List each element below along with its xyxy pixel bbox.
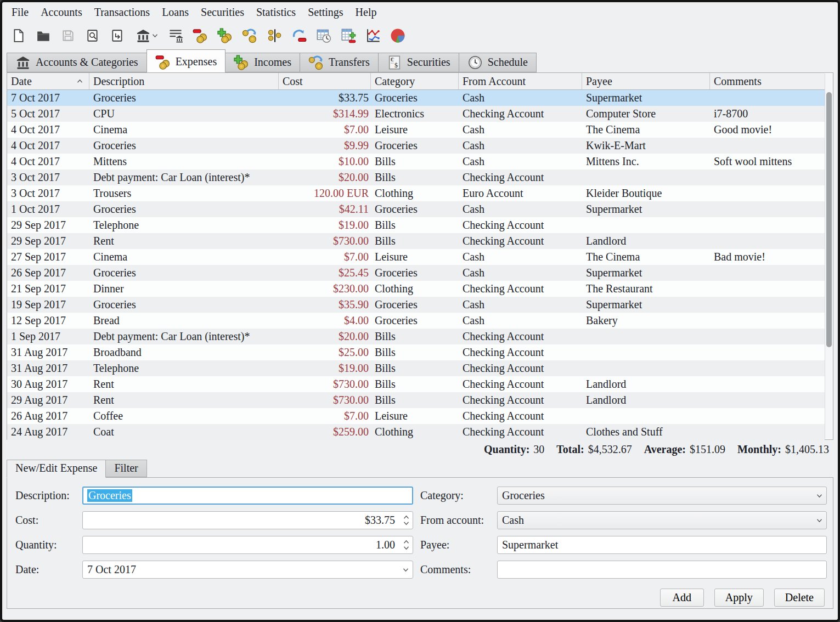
spinner-arrows-icon[interactable] (399, 512, 413, 529)
find-document-icon (86, 29, 100, 43)
cell-cost: $7.00 (279, 249, 371, 265)
add-button[interactable]: Add (660, 589, 704, 607)
cell-comments (710, 313, 825, 329)
new-transfer-button[interactable] (240, 25, 260, 46)
from-account-label: From account: (420, 514, 497, 527)
table-row[interactable]: 31 Aug 2017Broadband$25.00BillsChecking … (7, 344, 825, 360)
new-expense-button[interactable] (190, 25, 210, 46)
editor-tab-new-edit-expense[interactable]: New/Edit Expense (7, 460, 106, 478)
delete-button[interactable]: Delete (774, 589, 825, 607)
cell-category: Bills (371, 344, 459, 360)
column-header-payee[interactable]: Payee (582, 73, 710, 89)
menu-settings[interactable]: Settings (302, 5, 349, 20)
column-header-from-account[interactable]: From Account (459, 73, 582, 89)
table-row[interactable]: 29 Sep 2017Telephone$19.00BillsChecking … (7, 217, 825, 233)
vertical-scrollbar[interactable] (825, 73, 833, 439)
tab-schedule[interactable]: Schedule (459, 53, 537, 72)
cell-from-account: Checking Account (459, 329, 582, 344)
account-list-button[interactable] (166, 25, 185, 46)
table-row[interactable]: 31 Aug 2017Telephone$19.00BillsChecking … (7, 360, 825, 376)
description-input[interactable]: Groceries (82, 487, 413, 505)
table-row[interactable]: 19 Sep 2017Groceries$35.90GroceriesCashS… (7, 297, 825, 313)
open-folder-icon (36, 29, 50, 43)
menu-securities[interactable]: Securities (195, 5, 250, 20)
menu-transactions[interactable]: Transactions (88, 5, 156, 20)
table-row[interactable]: 26 Aug 2017Coffee$7.00LeisureChecking Ac… (7, 408, 825, 424)
cell-date: 26 Aug 2017 (7, 408, 89, 424)
find-transaction-button[interactable] (83, 25, 103, 46)
table-row[interactable]: 4 Oct 2017Cinema$7.00LeisureCashThe Cine… (7, 122, 825, 138)
cell-payee: Clothes and Stuff (582, 424, 710, 440)
date-select[interactable]: 7 Oct 2017 (82, 561, 413, 579)
table-row[interactable]: 30 Aug 2017Rent$730.00BillsChecking Acco… (7, 376, 825, 392)
split-transaction-button[interactable] (264, 25, 284, 46)
cell-description: Dinner (89, 281, 279, 297)
table-row[interactable]: 4 Oct 2017Mittens$10.00BillsCashMittens … (7, 154, 825, 169)
table-row[interactable]: 4 Oct 2017Groceries$9.99GroceriesCashKwi… (7, 138, 825, 154)
menu-loans[interactable]: Loans (156, 5, 195, 20)
editor-tab-filter[interactable]: Filter (106, 460, 146, 477)
table-row[interactable]: 27 Sep 2017Cinema$7.00LeisureCashThe Cin… (7, 249, 825, 265)
table-row[interactable]: 3 Oct 2017Trousers120.00 EURClothingEuro… (7, 185, 825, 201)
menu-statistics[interactable]: Statistics (250, 5, 302, 20)
table-row[interactable]: 1 Sep 2017Debt payment: Car Loan (intere… (7, 329, 825, 344)
new-document-button[interactable] (9, 25, 29, 46)
account-list-icon (168, 28, 183, 43)
tab-transfers[interactable]: Transfers (300, 53, 378, 72)
import-button[interactable] (108, 25, 127, 46)
column-header-category[interactable]: Category (371, 73, 459, 89)
cell-description: Rent (89, 233, 279, 249)
tab-accounts-categories[interactable]: Accounts & Categories (7, 53, 146, 72)
spinner-arrows-icon[interactable] (399, 536, 413, 553)
from-account-select[interactable]: Cash (497, 511, 827, 529)
date-label: Date: (15, 563, 82, 576)
table-row[interactable]: 26 Sep 2017Groceries$25.45GroceriesCashS… (7, 265, 825, 281)
column-header-cost[interactable]: Cost (279, 73, 371, 89)
tab-incomes[interactable]: Incomes (225, 53, 300, 72)
cell-from-account: Checking Account (459, 392, 582, 408)
open-file-button[interactable] (33, 25, 53, 46)
new-income-button[interactable] (215, 25, 235, 46)
quantity-stepper[interactable]: 1.00 (82, 536, 413, 554)
table-row[interactable]: 29 Aug 2017Rent$730.00BillsChecking Acco… (7, 392, 825, 408)
payee-input[interactable]: Supermarket (497, 536, 827, 554)
column-header-date[interactable]: Date (7, 73, 89, 89)
table-row[interactable]: 29 Sep 2017Rent$730.00BillsChecking Acco… (7, 233, 825, 249)
line-chart-button[interactable] (363, 25, 383, 46)
cell-description: Broadband (89, 344, 279, 360)
category-select[interactable]: Groceries (497, 487, 827, 505)
toolbar (2, 22, 838, 49)
category-label: Category: (420, 489, 497, 502)
menu-help[interactable]: Help (349, 5, 383, 20)
tab-securities[interactable]: €$Securities (378, 53, 459, 72)
apply-button[interactable]: Apply (714, 589, 764, 607)
table-row[interactable]: 24 Aug 2017Coat$259.00ClothingChecking A… (7, 424, 825, 440)
menu-file[interactable]: File (5, 5, 35, 20)
quantity-value: 30 (533, 443, 544, 456)
tab-expenses[interactable]: Expenses (146, 49, 226, 72)
table-row[interactable]: 7 Oct 2017Groceries$33.75GroceriesCashSu… (7, 90, 825, 106)
table-row[interactable]: 21 Sep 2017Dinner$230.00ClothingChecking… (7, 281, 825, 297)
cell-payee: Mittens Inc. (582, 154, 710, 169)
sort-ascending-icon (77, 79, 85, 83)
cell-description: Mittens (89, 154, 279, 169)
menu-accounts[interactable]: Accounts (35, 5, 88, 20)
cost-stepper[interactable]: $33.75 (82, 511, 413, 529)
svg-text:€: € (391, 56, 394, 63)
edit-table-button[interactable] (339, 25, 358, 46)
table-row[interactable]: 3 Oct 2017Debt payment: Car Loan (intere… (7, 169, 825, 185)
cell-cost: $4.00 (279, 313, 371, 329)
table-row[interactable]: 5 Oct 2017CPU$314.99ElectronicsChecking … (7, 106, 825, 122)
cell-cost: $19.00 (279, 217, 371, 233)
comments-input[interactable] (497, 561, 827, 579)
accounts-button[interactable] (132, 25, 161, 46)
table-row[interactable]: 12 Sep 2017Bread$4.00GroceriesCashBakery (7, 313, 825, 329)
pie-chart-button[interactable] (388, 25, 408, 46)
scheduled-expense-button[interactable] (289, 25, 309, 46)
schedule-table-button[interactable] (314, 25, 334, 46)
save-button[interactable] (58, 25, 78, 46)
scrollbar-thumb[interactable] (826, 92, 832, 347)
column-header-comments[interactable]: Comments (710, 73, 825, 89)
column-header-description[interactable]: Description (89, 73, 279, 89)
table-row[interactable]: 1 Oct 2017Groceries$42.11GroceriesCashSu… (7, 201, 825, 217)
